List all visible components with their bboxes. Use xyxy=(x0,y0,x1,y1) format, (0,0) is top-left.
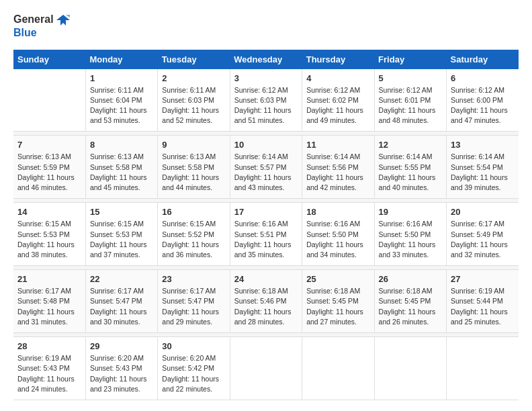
day-number: 24 xyxy=(234,274,298,284)
day-info: Sunrise: 6:20 AM Sunset: 5:42 PM Dayligh… xyxy=(162,353,225,394)
column-header-wednesday: Wednesday xyxy=(230,50,302,69)
calendar-cell: 17Sunrise: 6:16 AM Sunset: 5:51 PM Dayli… xyxy=(230,203,302,266)
week-row-1: 1Sunrise: 6:11 AM Sunset: 6:04 PM Daylig… xyxy=(13,69,519,132)
calendar-cell xyxy=(13,69,85,132)
calendar-cell: 1Sunrise: 6:11 AM Sunset: 6:04 PM Daylig… xyxy=(85,69,157,132)
day-number: 19 xyxy=(379,207,442,217)
calendar-cell: 8Sunrise: 6:13 AM Sunset: 5:58 PM Daylig… xyxy=(85,136,157,199)
calendar-cell: 4Sunrise: 6:12 AM Sunset: 6:02 PM Daylig… xyxy=(302,69,374,132)
day-info: Sunrise: 6:13 AM Sunset: 5:58 PM Dayligh… xyxy=(90,152,153,193)
day-info: Sunrise: 6:15 AM Sunset: 5:53 PM Dayligh… xyxy=(90,219,153,260)
day-number: 15 xyxy=(90,207,153,217)
calendar-cell: 10Sunrise: 6:14 AM Sunset: 5:57 PM Dayli… xyxy=(230,136,302,199)
day-info: Sunrise: 6:16 AM Sunset: 5:51 PM Dayligh… xyxy=(234,219,298,260)
day-number: 8 xyxy=(90,140,153,150)
day-number: 3 xyxy=(234,73,298,83)
calendar-cell: 18Sunrise: 6:16 AM Sunset: 5:50 PM Dayli… xyxy=(302,203,374,266)
day-number: 30 xyxy=(162,341,225,351)
header-row: SundayMondayTuesdayWednesdayThursdayFrid… xyxy=(13,50,519,69)
day-info: Sunrise: 6:18 AM Sunset: 5:45 PM Dayligh… xyxy=(379,286,442,327)
calendar-cell: 3Sunrise: 6:12 AM Sunset: 6:03 PM Daylig… xyxy=(230,69,302,132)
week-row-5: 28Sunrise: 6:19 AM Sunset: 5:43 PM Dayli… xyxy=(13,337,519,400)
day-info: Sunrise: 6:17 AM Sunset: 5:47 PM Dayligh… xyxy=(90,286,153,327)
day-number: 17 xyxy=(234,207,298,217)
logo-text: General Blue xyxy=(13,13,70,39)
day-info: Sunrise: 6:12 AM Sunset: 6:03 PM Dayligh… xyxy=(234,85,298,126)
calendar-cell: 26Sunrise: 6:18 AM Sunset: 5:45 PM Dayli… xyxy=(374,270,446,333)
calendar-cell: 21Sunrise: 6:17 AM Sunset: 5:48 PM Dayli… xyxy=(13,270,85,333)
day-info: Sunrise: 6:17 AM Sunset: 5:47 PM Dayligh… xyxy=(162,286,225,327)
day-info: Sunrise: 6:13 AM Sunset: 5:58 PM Dayligh… xyxy=(162,152,225,193)
calendar-cell: 14Sunrise: 6:15 AM Sunset: 5:53 PM Dayli… xyxy=(13,203,85,266)
day-info: Sunrise: 6:14 AM Sunset: 5:54 PM Dayligh… xyxy=(451,152,515,193)
day-number: 1 xyxy=(90,73,153,83)
day-number: 21 xyxy=(17,274,81,284)
calendar-cell: 19Sunrise: 6:16 AM Sunset: 5:50 PM Dayli… xyxy=(374,203,446,266)
day-number: 26 xyxy=(379,274,442,284)
day-info: Sunrise: 6:18 AM Sunset: 5:45 PM Dayligh… xyxy=(306,286,369,327)
day-number: 2 xyxy=(162,73,225,83)
logo: General Blue xyxy=(13,13,70,39)
day-number: 28 xyxy=(17,341,81,351)
day-info: Sunrise: 6:12 AM Sunset: 6:00 PM Dayligh… xyxy=(451,85,515,126)
day-info: Sunrise: 6:14 AM Sunset: 5:57 PM Dayligh… xyxy=(234,152,298,193)
logo-general: General xyxy=(13,13,54,25)
column-header-saturday: Saturday xyxy=(447,50,519,69)
day-number: 29 xyxy=(90,341,153,351)
column-header-monday: Monday xyxy=(85,50,157,69)
calendar-cell xyxy=(230,337,302,400)
calendar-cell: 6Sunrise: 6:12 AM Sunset: 6:00 PM Daylig… xyxy=(447,69,519,132)
day-info: Sunrise: 6:18 AM Sunset: 5:46 PM Dayligh… xyxy=(234,286,298,327)
logo-bird-icon xyxy=(56,13,70,27)
day-number: 18 xyxy=(306,207,369,217)
calendar-cell: 30Sunrise: 6:20 AM Sunset: 5:42 PM Dayli… xyxy=(158,337,230,400)
day-number: 7 xyxy=(17,140,81,150)
day-number: 14 xyxy=(17,207,81,217)
column-header-sunday: Sunday xyxy=(13,50,85,69)
calendar-cell: 23Sunrise: 6:17 AM Sunset: 5:47 PM Dayli… xyxy=(158,270,230,333)
calendar-cell: 11Sunrise: 6:14 AM Sunset: 5:56 PM Dayli… xyxy=(302,136,374,199)
day-info: Sunrise: 6:20 AM Sunset: 5:43 PM Dayligh… xyxy=(90,353,153,394)
svg-marker-1 xyxy=(66,15,70,17)
day-number: 10 xyxy=(234,140,298,150)
calendar-cell: 5Sunrise: 6:12 AM Sunset: 6:01 PM Daylig… xyxy=(374,69,446,132)
day-info: Sunrise: 6:12 AM Sunset: 6:02 PM Dayligh… xyxy=(306,85,369,126)
day-number: 25 xyxy=(306,274,369,284)
column-header-friday: Friday xyxy=(374,50,446,69)
day-number: 16 xyxy=(162,207,225,217)
calendar-cell: 28Sunrise: 6:19 AM Sunset: 5:43 PM Dayli… xyxy=(13,337,85,400)
week-row-4: 21Sunrise: 6:17 AM Sunset: 5:48 PM Dayli… xyxy=(13,270,519,333)
day-info: Sunrise: 6:14 AM Sunset: 5:56 PM Dayligh… xyxy=(306,152,369,193)
calendar-cell: 22Sunrise: 6:17 AM Sunset: 5:47 PM Dayli… xyxy=(85,270,157,333)
day-number: 5 xyxy=(379,73,442,83)
day-number: 6 xyxy=(451,73,515,83)
day-info: Sunrise: 6:15 AM Sunset: 5:53 PM Dayligh… xyxy=(17,219,81,260)
day-info: Sunrise: 6:16 AM Sunset: 5:50 PM Dayligh… xyxy=(306,219,369,260)
day-number: 23 xyxy=(162,274,225,284)
day-info: Sunrise: 6:13 AM Sunset: 5:59 PM Dayligh… xyxy=(17,152,81,193)
calendar-cell: 16Sunrise: 6:15 AM Sunset: 5:52 PM Dayli… xyxy=(158,203,230,266)
day-info: Sunrise: 6:17 AM Sunset: 5:48 PM Dayligh… xyxy=(17,286,81,327)
calendar-cell xyxy=(447,337,519,400)
calendar-cell: 15Sunrise: 6:15 AM Sunset: 5:53 PM Dayli… xyxy=(85,203,157,266)
calendar-cell xyxy=(302,337,374,400)
day-number: 11 xyxy=(306,140,369,150)
day-info: Sunrise: 6:17 AM Sunset: 5:49 PM Dayligh… xyxy=(451,219,515,260)
calendar-cell xyxy=(374,337,446,400)
day-number: 13 xyxy=(451,140,515,150)
day-info: Sunrise: 6:19 AM Sunset: 5:43 PM Dayligh… xyxy=(17,353,81,394)
calendar-cell: 20Sunrise: 6:17 AM Sunset: 5:49 PM Dayli… xyxy=(447,203,519,266)
svg-marker-0 xyxy=(56,15,70,26)
column-header-thursday: Thursday xyxy=(302,50,374,69)
calendar-cell: 13Sunrise: 6:14 AM Sunset: 5:54 PM Dayli… xyxy=(447,136,519,199)
day-number: 20 xyxy=(451,207,515,217)
day-info: Sunrise: 6:16 AM Sunset: 5:50 PM Dayligh… xyxy=(379,219,442,260)
week-row-2: 7Sunrise: 6:13 AM Sunset: 5:59 PM Daylig… xyxy=(13,136,519,199)
day-info: Sunrise: 6:19 AM Sunset: 5:44 PM Dayligh… xyxy=(451,286,515,327)
page-header: General Blue xyxy=(13,13,519,39)
calendar-cell: 7Sunrise: 6:13 AM Sunset: 5:59 PM Daylig… xyxy=(13,136,85,199)
calendar-table: SundayMondayTuesdayWednesdayThursdayFrid… xyxy=(13,50,519,400)
day-number: 4 xyxy=(306,73,369,83)
week-row-3: 14Sunrise: 6:15 AM Sunset: 5:53 PM Dayli… xyxy=(13,203,519,266)
day-number: 27 xyxy=(451,274,515,284)
